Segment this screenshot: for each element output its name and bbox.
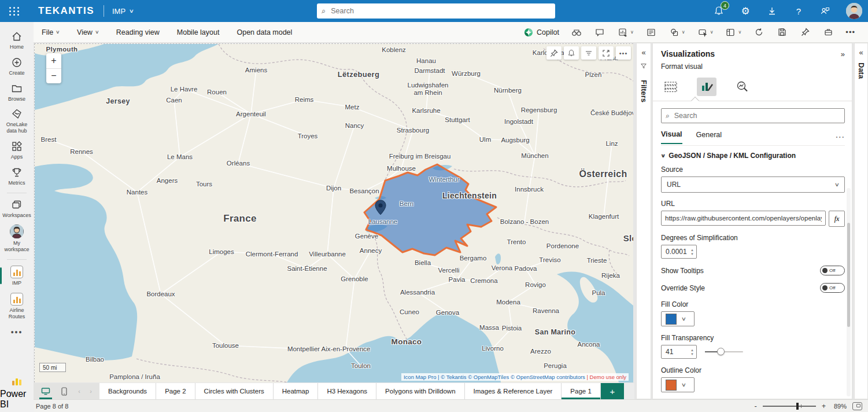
menu-reading-view[interactable]: Reading view — [116, 28, 160, 36]
add-page-button[interactable]: + — [601, 383, 624, 399]
map-visual[interactable]: PlymouthAmiensKoblenzHanauDarmstadtWürzb… — [34, 43, 633, 382]
map-label: Lausanne — [368, 218, 398, 225]
pane-scrollbar[interactable] — [847, 188, 851, 396]
menu-file[interactable]: File∨ — [42, 28, 60, 36]
nav-report-airline-routes[interactable]: Airline Routes — [0, 290, 34, 323]
text-box-icon[interactable] — [645, 27, 657, 38]
visual-more-options-button[interactable]: ••• — [616, 46, 631, 60]
report-name-menu[interactable]: IMP∨ — [112, 7, 134, 16]
nav-my-workspace[interactable]: My workspace — [0, 222, 34, 256]
url-input[interactable] — [661, 211, 826, 226]
help-button[interactable]: ? — [793, 5, 804, 17]
search-input[interactable] — [330, 6, 551, 16]
override-style-toggle[interactable]: Off — [820, 283, 845, 293]
format-search-input[interactable] — [673, 111, 840, 120]
page-tab[interactable]: Backgrounds — [99, 383, 156, 399]
visual-pin-button[interactable] — [546, 46, 562, 60]
visualizations-pane: Visualizations » Format visual ⌕ Visual … — [652, 43, 852, 399]
tab-visual[interactable]: Visual — [661, 130, 682, 144]
visual-focus-mode-button[interactable] — [599, 46, 614, 60]
fields-tab-icon[interactable] — [661, 78, 681, 96]
nav-workspaces[interactable]: Workspaces — [0, 196, 34, 222]
pin-icon[interactable] — [799, 27, 811, 38]
expand-data-icon[interactable]: « — [859, 43, 863, 60]
menu-open-data-model[interactable]: Open data model — [237, 28, 292, 36]
notifications-button[interactable]: 4 — [713, 5, 725, 17]
fit-to-page-icon[interactable] — [852, 402, 862, 410]
visual-alert-button[interactable] — [564, 46, 579, 60]
menu-view[interactable]: View∨ — [77, 28, 99, 36]
fill-transparency-stepper[interactable]: 41 ▲▼ — [661, 345, 697, 359]
map-pin-marker[interactable] — [374, 199, 387, 216]
stepper-arrows-icon[interactable]: ▲▼ — [688, 248, 696, 256]
zoom-in-canvas-button[interactable]: + — [822, 402, 826, 410]
app-launcher-icon[interactable] — [3, 0, 25, 22]
icon-map[interactable]: PlymouthAmiensKoblenzHanauDarmstadtWürzb… — [35, 44, 633, 382]
format-tab-icon[interactable] — [697, 78, 716, 96]
filters-pane-collapsed: « Filters — [636, 43, 651, 399]
notification-badge: 4 — [721, 1, 729, 10]
page-tab[interactable]: Images & Reference Layer — [465, 383, 562, 399]
stepper-arrows-icon[interactable]: ▲▼ — [688, 348, 696, 356]
nav-create[interactable]: Create — [0, 54, 34, 80]
outline-color-picker[interactable]: ∨ — [661, 377, 695, 392]
sensitivity-icon[interactable] — [822, 27, 834, 38]
global-search: ⌕ — [317, 3, 555, 19]
more-options-icon[interactable]: ••• — [845, 28, 855, 36]
buttons-button[interactable]: ∨ — [697, 27, 714, 38]
collapse-visualizations-icon[interactable]: » — [841, 50, 845, 58]
explore-icon[interactable] — [571, 27, 582, 38]
attribution-links[interactable]: Icon Map Pro | © Tekantis © OpenMapTiles… — [404, 374, 587, 380]
data-pane-title[interactable]: Data — [857, 62, 866, 79]
page-tab[interactable]: Page 2 — [156, 383, 195, 399]
canvas-zoom-slider[interactable] — [763, 406, 816, 407]
refresh-icon[interactable] — [753, 27, 764, 38]
zoom-out-button[interactable]: − — [46, 69, 61, 84]
nav-more-icon[interactable]: ••• — [11, 323, 23, 341]
nav-apps[interactable]: Apps — [0, 138, 34, 164]
zoom-in-button[interactable]: + — [46, 53, 61, 69]
next-page-icon[interactable]: › — [88, 388, 94, 395]
shapes-button[interactable]: ∨ — [668, 27, 685, 38]
page-tab[interactable]: Heatmap — [274, 383, 319, 399]
fx-conditional-format-button[interactable]: fx — [829, 211, 845, 227]
nav-metrics[interactable]: Metrics — [0, 164, 34, 190]
page-tab[interactable]: Circles with Clusters — [195, 383, 274, 399]
source-select[interactable]: URL∨ — [661, 176, 845, 193]
fill-color-picker[interactable]: ∨ — [661, 311, 695, 326]
analytics-tab-icon[interactable] — [733, 78, 752, 96]
filters-pane-title[interactable]: Filters — [640, 80, 648, 102]
mobile-view-button[interactable] — [58, 383, 71, 399]
new-visual-button[interactable]: ∨ — [617, 27, 634, 38]
zoom-out-canvas-button[interactable]: - — [755, 402, 757, 410]
page-tab[interactable]: Polygons with Drilldown — [376, 383, 464, 399]
nav-report-imp[interactable]: IMP — [0, 263, 34, 290]
download-button[interactable] — [766, 5, 778, 17]
map-label: Österreich — [579, 169, 627, 179]
page-tab[interactable]: Page 1 — [562, 383, 600, 399]
nav-browse[interactable]: Browse — [0, 80, 34, 106]
prev-page-icon[interactable]: ‹ — [76, 388, 82, 395]
account-avatar[interactable] — [846, 3, 862, 19]
expand-filters-icon[interactable]: « — [641, 43, 645, 60]
menu-mobile-layout[interactable]: Mobile layout — [177, 28, 220, 36]
chevron-down-icon: ∨ — [56, 30, 60, 35]
geojson-section-header[interactable]: ∨ GeoJSON / Shape / KML Configuration — [661, 152, 845, 160]
desktop-view-button[interactable] — [39, 383, 52, 399]
nav-power-bi[interactable]: Power BI — [0, 374, 34, 412]
show-tooltips-toggle[interactable]: Off — [820, 266, 845, 275]
simplification-stepper[interactable]: 0.0001 ▲▼ — [661, 245, 697, 259]
settings-gear-button[interactable]: ⚙ — [740, 5, 751, 17]
save-icon[interactable] — [776, 27, 788, 38]
nav-onelake-data-hub[interactable]: OneLake data hub — [0, 105, 34, 138]
page-tab[interactable]: H3 Hexagons — [318, 383, 376, 399]
format-more-icon[interactable]: ... — [836, 130, 845, 145]
feedback-button[interactable] — [819, 5, 831, 17]
tab-general[interactable]: General — [696, 131, 722, 144]
copilot-button[interactable]: Copilot — [524, 28, 559, 37]
comments-icon[interactable] — [594, 27, 605, 38]
layout-button[interactable]: ∨ — [725, 27, 741, 38]
fill-transparency-slider[interactable] — [705, 351, 743, 352]
visual-filter-button[interactable] — [581, 46, 596, 60]
nav-home[interactable]: Home — [0, 28, 34, 54]
